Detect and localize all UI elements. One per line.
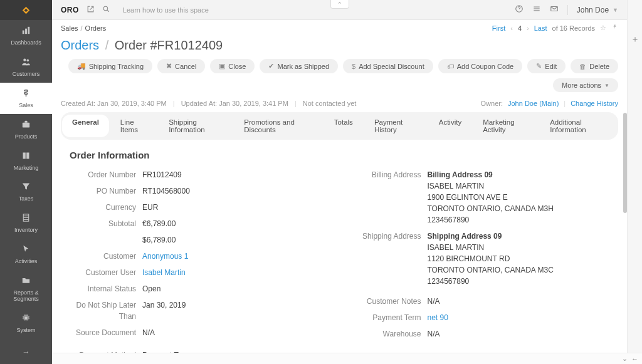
page-title: Orders / Order #FR1012409 (61, 38, 618, 53)
star-icon[interactable]: ☆ (600, 24, 606, 32)
breadcrumb-sales[interactable]: Sales (61, 24, 78, 32)
svg-point-6 (27, 59, 29, 61)
sidebar-item-system[interactable]: System (0, 308, 52, 339)
help-hint[interactable]: Learn how to use this space (123, 6, 209, 14)
trash-icon: 🗑 (579, 63, 586, 70)
sidebar-item-customers[interactable]: Customers (0, 51, 52, 83)
btn-label: Add Special Discount (359, 63, 424, 70)
svg-line-14 (107, 10, 109, 12)
mark-shipped-button[interactable]: ✔Mark as Shipped (260, 59, 338, 73)
btn-label: Shipping Tracking (89, 63, 144, 70)
label-warehouse: Warehouse (346, 328, 428, 340)
sidebar: Dashboards Customers Sales Products Mark… (0, 0, 52, 364)
tab-line-items[interactable]: Line Items (110, 115, 157, 137)
tab-payment-history[interactable]: Payment History (364, 115, 428, 137)
tab-shipping-info[interactable]: Shipping Information (159, 115, 233, 137)
tab-activity[interactable]: Activity (429, 115, 471, 137)
order-info-heading: Order Information (70, 150, 618, 160)
value-term-link[interactable]: net 90 (428, 312, 619, 323)
sidebar-item-sales[interactable]: Sales (0, 83, 52, 114)
more-actions-button[interactable]: More actions▼ (553, 78, 618, 92)
user-name: John Doe (577, 6, 609, 14)
delete-button[interactable]: 🗑Delete (571, 59, 618, 73)
value-customer-user-link[interactable]: Isabel Martin (142, 267, 334, 278)
dollar-icon (21, 88, 31, 101)
edit-button[interactable]: ✎Edit (527, 59, 566, 73)
sep: | (564, 100, 566, 107)
chevron-left-icon[interactable]: ← (631, 355, 638, 363)
top-collapse-caret[interactable]: ⌃ (330, 0, 349, 9)
tab-additional-info[interactable]: Additional Information (540, 115, 617, 137)
label-currency: Currency (61, 202, 142, 213)
share-icon[interactable] (87, 5, 95, 15)
filter-icon (21, 181, 31, 195)
check-icon: ✔ (268, 62, 274, 70)
change-history-link[interactable]: Change History (571, 100, 618, 107)
sidebar-collapse-toggle[interactable]: → (0, 340, 52, 364)
tab-bar: General Line Items Shipping Information … (61, 112, 618, 140)
add-discount-button[interactable]: $Add Special Discount (343, 59, 433, 73)
sidebar-item-inventory[interactable]: Inventory (0, 207, 52, 239)
contact-status: Not contacted yet (303, 100, 357, 107)
pager-last[interactable]: Last (534, 24, 547, 32)
chevron-down-icon: ▼ (613, 7, 618, 13)
owner-link[interactable]: John Doe (Main) (508, 100, 559, 107)
cancel-button[interactable]: ✖Cancel (157, 59, 205, 73)
shipping-street: 1120 BIRCHMOUNT RD (428, 253, 619, 264)
sidebar-item-activities[interactable]: Activities (0, 239, 52, 270)
user-menu[interactable]: John Doe ▼ (577, 6, 618, 14)
shipping-tracking-button[interactable]: 🚚Shipping Tracking (68, 59, 152, 73)
breadcrumb-sep: / (81, 24, 83, 32)
mail-icon[interactable] (550, 4, 559, 15)
btn-label: Cancel (175, 63, 196, 70)
add-coupon-button[interactable]: 🏷Add Coupon Code (438, 59, 523, 73)
help-icon[interactable] (515, 4, 524, 15)
tab-marketing-activity[interactable]: Marketing Activity (473, 115, 539, 137)
label-notes: Customer Notes (346, 296, 428, 307)
pencil-icon: ✎ (536, 62, 542, 70)
building-icon (21, 212, 31, 226)
title-sep: / (105, 38, 109, 52)
truck-icon: 🚚 (77, 62, 86, 70)
bottom-bar: ⌄ ← (52, 353, 642, 364)
sidebar-item-reports[interactable]: Reports & Segments (0, 270, 52, 308)
pin-icon[interactable] (611, 24, 618, 32)
breadcrumb-orders[interactable]: Orders (85, 24, 107, 32)
users-icon (21, 56, 31, 70)
search-icon[interactable] (102, 5, 110, 15)
divider (567, 5, 568, 15)
value-order-number: FR1012409 (142, 169, 334, 180)
pager-first[interactable]: First (492, 24, 505, 32)
value-internal-status: Open (142, 283, 334, 294)
svg-rect-3 (25, 29, 27, 34)
main: ⌃ ORO Learn how to use this space (52, 0, 627, 364)
label-order-number: Order Number (61, 169, 142, 180)
caret-down-icon[interactable]: ⌄ (622, 355, 628, 363)
pager-next-icon[interactable]: › (527, 24, 529, 32)
label-shipping: Shipping Address (346, 231, 428, 287)
tab-promotions[interactable]: Promotions and Discounts (234, 115, 323, 137)
value-customer-link[interactable]: Anonymous 1 (142, 251, 334, 262)
value-po-number: RT104568000 (142, 185, 334, 197)
menu-icon[interactable] (532, 4, 541, 15)
tab-general[interactable]: General (62, 115, 109, 137)
sidebar-item-dashboards[interactable]: Dashboards (0, 20, 52, 51)
add-widget-button[interactable]: ＋ (631, 34, 639, 45)
tab-totals[interactable]: Totals (324, 115, 363, 137)
sidebar-item-products[interactable]: Products (0, 114, 52, 145)
btn-label: Delete (589, 63, 609, 70)
content-scroll[interactable]: Order Information Order NumberFR1012409 … (52, 140, 627, 364)
value-currency: EUR (142, 202, 334, 213)
meta-row: Created At: Jan 30, 2019, 3:40 PM | Upda… (52, 97, 627, 112)
label-subtotal: Subtotal (61, 218, 142, 229)
btn-label: More actions (562, 81, 601, 89)
pager-prev-icon[interactable]: ‹ (510, 24, 513, 32)
btn-label: Close (228, 63, 246, 70)
scrollbar-thumb[interactable] (623, 113, 627, 213)
title-orders-link[interactable]: Orders (61, 38, 99, 52)
action-toolbar: 🚚Shipping Tracking ✖Cancel ▣Close ✔Mark … (52, 59, 627, 97)
sidebar-item-marketing[interactable]: Marketing (0, 145, 52, 177)
gear-icon (21, 313, 31, 326)
sidebar-item-taxes[interactable]: Taxes (0, 176, 52, 207)
close-button[interactable]: ▣Close (210, 59, 255, 73)
